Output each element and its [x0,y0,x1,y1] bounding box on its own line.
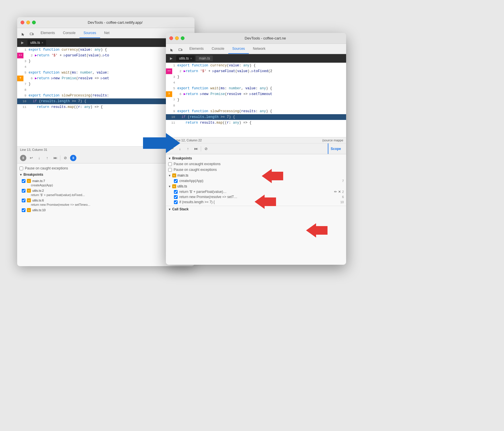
pause-caught-checkbox-2[interactable] [168,168,172,172]
tab-sources-1[interactable]: Sources [80,28,100,38]
tab-console-2[interactable]: Console [208,44,228,54]
bp-create-app-line: 7 [342,179,344,183]
device-icon-2[interactable] [177,46,184,54]
code-line-2-10: 10 if (results.length >= 7) { [166,114,346,120]
resume-button[interactable]: ⏸ [70,155,76,161]
pause-caught-label-1: Pause on caught exceptions [25,166,68,170]
tab-elements-1[interactable]: Elements [37,28,59,38]
tab-network-1[interactable]: Net [100,28,114,38]
step-over-button[interactable]: ↩ [28,155,34,161]
file-tab-main-2[interactable]: main.ts [196,56,213,61]
step-out-btn-2[interactable]: ↑ [185,146,191,152]
bp-create-app-checkbox[interactable] [174,179,178,183]
code-line-2-2: •• 2 ▶return '$' + ▷parseFloat(value).▷t… [166,68,346,74]
file-tab-label-utils-2: utils.ts [179,56,189,60]
code-text: if (results.length >= 7) { [29,98,86,104]
bp-utils-ts-10-checkbox[interactable] [22,208,25,212]
sidebar-toggle-1[interactable]: ▶ [19,40,25,46]
bp-utils-1-actions: ✏ ✕ 2 [334,190,344,194]
maximize-button-1[interactable] [32,21,36,24]
file-tab-close-utils-2[interactable]: × [190,57,192,60]
triangle-main-icon: ▼ [168,174,171,177]
bp-utils-3-checkbox[interactable] [174,200,178,204]
bp-main-group-header[interactable]: ▼ ts main.ts [166,173,346,178]
cursor-icon[interactable] [19,31,27,38]
cursor-icon-2[interactable] [168,46,176,54]
bp-filename-4: utils.ts:10 [32,208,45,212]
maximize-button-2[interactable] [181,36,184,40]
step-into-button[interactable]: ↓ [36,155,42,161]
tab-network-2[interactable]: Network [249,44,269,54]
code-text: } [29,81,31,87]
minimize-button-2[interactable] [175,36,179,40]
file-tab-utils-1[interactable]: utils.ts × [27,40,46,46]
file-tab-close-1[interactable]: × [41,41,43,44]
bp-utils-2-checkbox[interactable] [174,195,178,199]
bp-utils-1-edit-icon[interactable]: ✏ [334,190,337,194]
svg-rect-3 [179,49,181,51]
line-num: 9 [18,93,26,98]
pause-caught-checkbox-1[interactable] [19,167,23,170]
minimize-button-1[interactable] [26,21,30,24]
svg-marker-7 [306,223,328,238]
ts-icon-4: ts [27,208,31,212]
titlebar-2: DevTools - coffee-cart.ne [166,33,346,44]
continue-btn-2[interactable]: ⏭ [193,146,199,152]
traffic-lights-2 [169,36,184,40]
deactivate-button[interactable]: ⊘ [62,155,68,161]
bp-utils-2-line: 6 [342,195,344,199]
bp-utils-ts-6-checkbox[interactable] [22,199,25,202]
bp-filename-2: utils.ts:2 [32,189,44,192]
step-out-button[interactable]: ↑ [44,155,50,161]
breakpoints-header-2[interactable]: ▼ Breakpoints [166,155,346,161]
bp-create-app-code: createApp(App) [179,179,203,183]
ts-icon-2: ts [27,189,31,193]
bp-utils-1-delete-icon[interactable]: ✕ [338,190,341,194]
svg-rect-4 [181,49,182,51]
line-num: 2 [25,53,33,58]
close-button-1[interactable] [21,21,24,24]
code-text: ▶return ▷new Promise(resolve => ▷set [35,76,109,81]
bp-utils-1-checkbox[interactable] [174,190,178,194]
pause-uncaught-label: Pause on uncaught exceptions [174,162,221,166]
tab-console-1[interactable]: Console [59,28,80,38]
line-num: 7 [18,81,26,87]
devtools-tabs-2: Elements Console Sources Network [166,44,346,54]
bp-utils-1-line: 2 [342,190,344,193]
pause-uncaught-checkbox[interactable] [168,162,172,166]
pause-caught-row-2: Pause on caught exceptions [166,167,346,173]
file-tab-label-1: utils.ts [30,41,40,45]
file-tab-utils-2[interactable]: utils.ts × [176,56,195,61]
line-num: 8 [18,87,26,93]
close-button-2[interactable] [169,36,173,40]
code-text: return results.map((r: any) => { [29,104,103,110]
svg-marker-2 [143,133,180,153]
pause-caught-label-2: Pause on caught exceptions [174,168,217,172]
device-icon[interactable] [28,31,35,38]
bp-group-main-2: ▼ ts main.ts createApp(App) 7 [166,173,346,183]
deactivate-btn-2[interactable]: ⊘ [203,146,209,152]
continue-button[interactable]: ⏭ [52,155,58,161]
status-right-2: (source mappe [322,139,343,142]
tab-elements-2[interactable]: Elements [185,44,208,54]
file-tabs-2: ▶ utils.ts × main.ts [166,54,346,63]
main-ts-label: main.ts [177,173,188,177]
pause-button[interactable]: ⏸ [20,155,26,161]
bp-main-ts-7-checkbox[interactable] [22,179,25,183]
traffic-lights-1 [21,21,36,24]
bp-utils-2-code: return new Promise(resolve => setT… [179,195,237,199]
bp-utils-group-header[interactable]: ▼ ts utils.ts [166,183,346,189]
bp-utils-ts-2-checkbox[interactable] [22,189,25,193]
breakpoint-pink-2: •• [166,68,172,74]
sidebar-toggle-2[interactable]: ▶ [168,56,174,61]
breakpoints-label-2: Breakpoints [172,156,192,160]
code-text: ▶return '$' + ▷parseFloat(value).▷to [35,53,109,58]
tab-sources-2[interactable]: Sources [228,44,249,54]
scope-tab-2[interactable]: Scope [328,143,343,154]
breakpoints-label-1: Breakpoints [23,173,43,177]
breakpoint-pink-1: •• [17,53,23,58]
utils-ts-label: utils.ts [177,184,187,188]
bp-utils-item-1: return '$' + parseFloat(value)… ✏ ✕ 2 [166,189,346,194]
line-num: 10 [18,98,26,104]
line-num: 5 [18,70,26,76]
